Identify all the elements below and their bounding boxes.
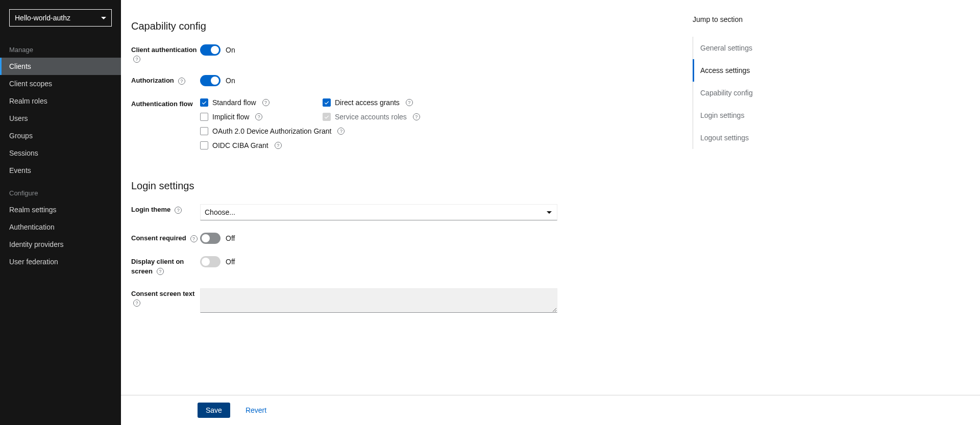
help-icon[interactable]: ? [178,78,185,85]
login-theme-value: Choose... [205,208,235,216]
save-button[interactable]: Save [198,403,230,418]
label-auth-flow: Authentication flow [131,100,193,108]
main-content: Capability config Client authentication … [121,0,980,425]
help-icon[interactable]: ? [133,299,140,307]
switch-authorization-state: On [226,77,235,85]
switch-consent-required[interactable] [200,233,220,244]
sidebar-item-clients[interactable]: Clients [0,58,121,75]
help-icon[interactable]: ? [262,99,270,106]
check-oauth-device[interactable]: OAuth 2.0 Device Authorization Grant ? [200,127,445,135]
jump-title: Jump to section [693,15,785,23]
check-implicit-flow[interactable]: Implicit flow ? [200,113,323,121]
sidebar-item-authentication[interactable]: Authentication [0,218,121,236]
switch-display-client-state: Off [226,258,235,266]
help-icon[interactable]: ? [337,128,345,135]
help-icon[interactable]: ? [157,268,164,275]
checkbox-icon [200,113,208,121]
checkbox-icon [200,98,208,107]
footer-bar: Save Revert [121,395,980,425]
check-oidc-ciba[interactable]: OIDC CIBA Grant ? [200,141,445,149]
chevron-down-icon [547,211,552,214]
sidebar-item-sessions[interactable]: Sessions [0,144,121,162]
label-client-auth: Client authentication [131,46,197,54]
checkbox-icon [200,127,208,135]
check-direct-access[interactable]: Direct access grants ? [323,98,445,107]
login-heading: Login settings [131,180,677,192]
jump-login-settings[interactable]: Login settings [693,104,785,127]
check-service-accounts: Service accounts roles ? [323,113,445,121]
help-icon[interactable]: ? [255,113,262,120]
switch-client-auth[interactable] [200,44,220,56]
sidebar-item-realm-roles[interactable]: Realm roles [0,92,121,110]
label-authorization: Authorization [131,77,174,84]
switch-authorization[interactable] [200,75,220,86]
checkbox-icon [323,113,331,121]
label-consent-text: Consent screen text [131,290,194,297]
realm-selector[interactable]: Hello-world-authz [9,9,112,27]
sidebar-item-groups[interactable]: Groups [0,127,121,144]
nav-section-manage: Manage [0,36,121,58]
sidebar-item-user-federation[interactable]: User federation [0,253,121,270]
help-icon[interactable]: ? [133,56,140,63]
label-login-theme: Login theme [131,206,170,213]
switch-client-auth-state: On [226,46,235,54]
consent-text-input [200,288,557,313]
checkbox-icon [323,98,331,107]
help-icon[interactable]: ? [413,113,420,120]
sidebar: Hello-world-authz Manage Clients Client … [0,0,121,425]
label-consent-required: Consent required [131,234,186,242]
capability-heading: Capability config [131,20,677,32]
check-standard-flow[interactable]: Standard flow ? [200,98,323,107]
sidebar-item-users[interactable]: Users [0,110,121,127]
jump-panel: Jump to section General settings Access … [693,15,795,425]
sidebar-item-client-scopes[interactable]: Client scopes [0,75,121,92]
help-icon[interactable]: ? [275,142,282,149]
help-icon[interactable]: ? [175,207,182,214]
jump-access-settings[interactable]: Access settings [693,59,785,82]
nav-section-configure: Configure [0,179,121,201]
jump-logout-settings[interactable]: Logout settings [693,127,785,149]
switch-consent-required-state: Off [226,234,235,242]
sidebar-item-events[interactable]: Events [0,162,121,179]
revert-button[interactable]: Revert [237,403,275,418]
checkbox-icon [200,141,208,149]
jump-capability-config[interactable]: Capability config [693,82,785,104]
switch-display-client [200,256,220,267]
jump-general-settings[interactable]: General settings [693,37,785,59]
help-icon[interactable]: ? [406,99,413,106]
realm-name: Hello-world-authz [15,14,70,22]
sidebar-item-realm-settings[interactable]: Realm settings [0,201,121,218]
chevron-down-icon [101,17,106,19]
help-icon[interactable]: ? [190,235,198,242]
login-theme-select[interactable]: Choose... [200,204,557,220]
sidebar-item-identity-providers[interactable]: Identity providers [0,236,121,253]
